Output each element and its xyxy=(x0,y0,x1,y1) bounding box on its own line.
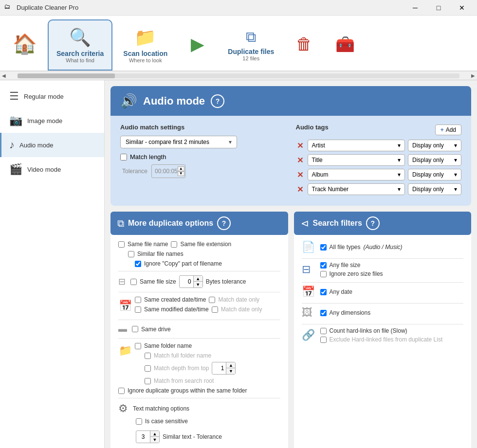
tolerance-input[interactable]: 00:00:05 ▲ ▼ xyxy=(151,164,185,178)
bytes-spin-up[interactable]: ▲ xyxy=(194,276,202,282)
bytes-spin-down[interactable]: ▼ xyxy=(194,282,202,287)
spin-down-button[interactable]: ▼ xyxy=(178,171,184,176)
add-tag-button[interactable]: + Add xyxy=(435,125,461,135)
nav-search-criteria[interactable]: 🔍 Search criteria What to find xyxy=(48,19,112,71)
nav-scan-location[interactable]: 📁 Scan location Where to look xyxy=(114,19,176,71)
depth-spin-down[interactable]: ▼ xyxy=(226,368,235,374)
any-date-checkbox[interactable] xyxy=(320,289,327,295)
same-name-checkbox[interactable] xyxy=(118,241,125,248)
ignore-copy-checkbox[interactable] xyxy=(135,261,141,267)
sidebar-item-regular[interactable]: ☰ Regular mode xyxy=(0,84,104,108)
track-display-label: Display only xyxy=(412,186,444,193)
audio-match-settings: Audio match settings Similar - compare f… xyxy=(120,124,286,198)
close-button[interactable]: ✕ xyxy=(451,0,473,16)
remove-album-button[interactable]: ✕ xyxy=(296,170,305,179)
same-folder-checkbox[interactable] xyxy=(135,343,141,349)
ignore-copy-label: Ignore "Copy" part of filename xyxy=(144,260,222,267)
case-sensitive-label: Is case sensitive xyxy=(145,418,188,425)
match-full-folder-checkbox[interactable] xyxy=(145,353,151,359)
same-drive-checkbox[interactable] xyxy=(132,326,138,332)
any-dimensions-checkbox[interactable] xyxy=(320,310,327,316)
match-depth-checkbox[interactable] xyxy=(145,365,151,372)
maximize-button[interactable]: □ xyxy=(427,0,450,16)
any-dimensions-content: Any dimensions xyxy=(320,309,464,316)
sidebar-item-image[interactable]: 📷 Image mode xyxy=(0,108,104,133)
scroll-thumb[interactable] xyxy=(18,73,115,78)
match-date-only1-checkbox[interactable] xyxy=(209,297,215,303)
track-display-option[interactable]: Display only ▾ xyxy=(408,183,461,195)
folder-icon: 📁 xyxy=(134,27,156,48)
tags-label: Audio tags xyxy=(296,124,329,131)
track-tag-select[interactable]: Track Number ▾ xyxy=(308,183,405,195)
title-display-option[interactable]: Display only ▾ xyxy=(408,154,461,166)
file-types-checkbox[interactable] xyxy=(320,244,327,251)
bytes-value-input[interactable] xyxy=(180,277,193,286)
nav-tools[interactable]: 🧰 xyxy=(326,19,365,71)
artist-tag-label: Artist xyxy=(312,142,325,149)
same-modified-checkbox[interactable] xyxy=(135,306,141,313)
remove-artist-button[interactable]: ✕ xyxy=(296,141,305,150)
similar-text-spin-up[interactable]: ▲ xyxy=(150,431,159,437)
tolerance-value: 00:00:05 xyxy=(155,168,178,175)
match-from-root-checkbox[interactable] xyxy=(145,378,151,384)
video-icon: 🎬 xyxy=(9,163,22,176)
nav-duplicate-files[interactable]: ⧉ Duplicate files 12 files xyxy=(219,19,283,71)
any-dimensions-filter: 🖼 Any dimensions xyxy=(302,306,464,319)
match-from-root-row: Match from search root xyxy=(135,377,236,384)
ignore-zero-checkbox[interactable] xyxy=(320,271,327,277)
count-hardlinks-checkbox[interactable] xyxy=(320,328,327,334)
similar-text-spin[interactable]: ▲ ▼ xyxy=(150,431,159,443)
dimensions-icon: 🖼 xyxy=(302,306,316,319)
file-size-checkbox[interactable] xyxy=(320,262,327,269)
minimize-button[interactable]: ─ xyxy=(404,0,426,16)
depth-spin-up[interactable]: ▲ xyxy=(226,362,235,368)
remove-title-button[interactable]: ✕ xyxy=(296,156,305,165)
trash-icon: 🗑 xyxy=(296,35,312,54)
sidebar-item-audio[interactable]: ♪ Audio mode xyxy=(0,133,104,157)
similar-names-row: Similar file names xyxy=(118,251,280,257)
exclude-hardlinked-checkbox[interactable] xyxy=(320,337,327,343)
match-dropdown[interactable]: Similar - compare first 2 minutes ▾ xyxy=(120,136,237,148)
same-size-checkbox[interactable] xyxy=(130,279,137,285)
artist-tag-select[interactable]: Artist ▾ xyxy=(308,140,405,151)
any-date-content: Any date xyxy=(320,288,464,295)
match-length-label: Match length xyxy=(130,153,166,161)
sidebar-item-video[interactable]: 🎬 Video mode xyxy=(0,157,104,181)
scroll-left-arrow[interactable]: ◀ xyxy=(0,73,8,78)
title-tag-select[interactable]: Title ▾ xyxy=(308,154,405,166)
same-folder-row: Same folder name xyxy=(135,342,236,349)
filter-icon: ⊲ xyxy=(301,217,309,229)
tolerance-spin[interactable]: ▲ ▼ xyxy=(178,166,184,176)
depth-spin[interactable]: ▲ ▼ xyxy=(226,362,235,374)
spin-up-button[interactable]: ▲ xyxy=(178,166,184,171)
same-ext-checkbox[interactable] xyxy=(171,241,177,248)
similar-text-row: 3 ▲ ▼ Similar text - Tolerance xyxy=(136,430,280,443)
search-filters-help-button[interactable]: ? xyxy=(366,216,380,230)
similar-names-checkbox[interactable] xyxy=(128,251,134,257)
album-tag-select[interactable]: Album ▾ xyxy=(308,169,405,180)
match-length-checkbox[interactable] xyxy=(120,154,127,161)
add-label: Add xyxy=(446,126,456,133)
audio-mode-help-button[interactable]: ? xyxy=(211,94,224,108)
bytes-spin[interactable]: ▲ ▼ xyxy=(193,276,202,287)
horizontal-scrollbar[interactable]: ◀ ▶ xyxy=(0,72,477,80)
nav-trash[interactable]: 🗑 xyxy=(285,19,324,71)
scroll-right-arrow[interactable]: ▶ xyxy=(469,73,477,78)
case-sensitive-checkbox[interactable] xyxy=(136,418,142,425)
depth-value-input[interactable] xyxy=(212,364,226,373)
artist-display-option[interactable]: Display only ▾ xyxy=(408,140,461,151)
album-display-option[interactable]: Display only ▾ xyxy=(408,169,461,180)
file-size-row: Any file size xyxy=(320,262,464,269)
match-date-only2-checkbox[interactable] xyxy=(212,306,218,313)
remove-track-button[interactable]: ✕ xyxy=(296,185,305,194)
similar-text-spin-down[interactable]: ▼ xyxy=(150,437,159,443)
search-icon: 🔍 xyxy=(69,27,91,48)
more-options-help-button[interactable]: ? xyxy=(217,216,231,230)
filter-divider-1 xyxy=(302,258,464,259)
ignore-groups-checkbox[interactable] xyxy=(118,388,125,394)
divider-3 xyxy=(118,320,280,320)
nav-play[interactable]: ▶ xyxy=(178,19,217,71)
nav-home[interactable]: 🏠 xyxy=(4,19,46,71)
count-hardlinks-label: Count hard-links on file (Slow) xyxy=(330,327,407,334)
same-created-checkbox[interactable] xyxy=(135,297,141,303)
